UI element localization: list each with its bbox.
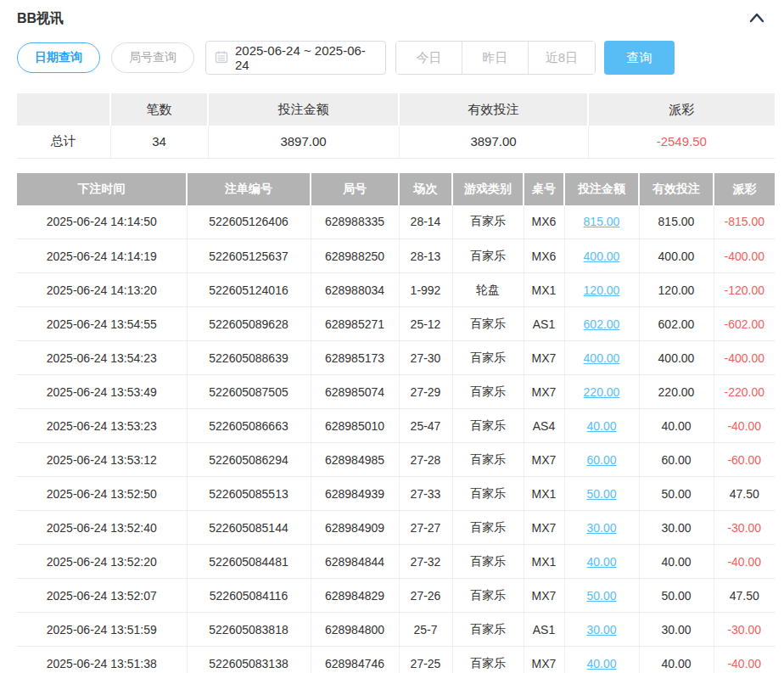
bet-amount-link[interactable]: 40.00 xyxy=(586,555,616,569)
last-8-days-button[interactable]: 近8日 xyxy=(529,42,595,74)
summary-header-bet-amount: 投注金额 xyxy=(208,93,399,126)
cell-session: 27-33 xyxy=(399,477,452,511)
cell-bet-time: 2025-06-24 13:51:38 xyxy=(17,647,187,673)
cell-table-no: AS1 xyxy=(524,307,564,341)
summary-header-valid-bet: 有效投注 xyxy=(399,93,588,126)
summary-header-payout: 派彩 xyxy=(588,93,775,126)
cell-bet-time: 2025-06-24 13:53:23 xyxy=(17,409,187,443)
calendar-icon xyxy=(215,50,228,66)
cell-table-no: MX7 xyxy=(524,443,564,477)
cell-game-type: 百家乐 xyxy=(452,579,524,613)
cell-game-type: 轮盘 xyxy=(452,273,524,307)
cell-valid-bet: 400.00 xyxy=(639,239,714,273)
table-row: 2025-06-24 14:14:50522605126406628988335… xyxy=(17,205,775,239)
table-row: 2025-06-24 13:51:59522605083818628984800… xyxy=(17,613,775,647)
cell-bet-amount: 60.00 xyxy=(564,443,639,477)
cell-round-no: 628984829 xyxy=(311,579,399,613)
cell-bet-time: 2025-06-24 14:14:50 xyxy=(17,205,187,239)
table-row: 2025-06-24 13:52:07522605084116628984829… xyxy=(17,579,775,613)
cell-valid-bet: 40.00 xyxy=(639,545,714,579)
bet-amount-link[interactable]: 60.00 xyxy=(586,453,616,467)
cell-bet-time: 2025-06-24 13:53:12 xyxy=(17,443,187,477)
panel-header: BB视讯 xyxy=(17,0,767,29)
cell-game-type: 百家乐 xyxy=(452,443,524,477)
cell-order-no: 522605084481 xyxy=(187,545,311,579)
cell-order-no: 522605085144 xyxy=(187,511,311,545)
cell-table-no: MX1 xyxy=(524,477,564,511)
cell-table-no: MX1 xyxy=(524,545,564,579)
bet-amount-link[interactable]: 602.00 xyxy=(584,317,620,331)
cell-order-no: 522605086663 xyxy=(187,409,311,443)
cell-bet-time: 2025-06-24 13:52:07 xyxy=(17,579,187,613)
summary-header-count: 笔数 xyxy=(110,93,208,126)
quick-range-group: 今日 昨日 近8日 xyxy=(395,41,596,75)
cell-game-type: 百家乐 xyxy=(452,307,524,341)
table-row: 2025-06-24 13:52:40522605085144628984909… xyxy=(17,511,775,545)
cell-valid-bet: 30.00 xyxy=(639,613,714,647)
bet-amount-link[interactable]: 400.00 xyxy=(584,351,620,365)
cell-table-no: AS4 xyxy=(524,409,564,443)
table-row: 2025-06-24 13:54:23522605088639628985173… xyxy=(17,341,775,375)
today-button[interactable]: 今日 xyxy=(396,42,462,74)
cell-payout: -30.00 xyxy=(714,511,775,545)
bet-amount-link[interactable]: 50.00 xyxy=(586,487,616,501)
cell-table-no: MX7 xyxy=(524,647,564,673)
filter-bar: 日期查询 局号查询 2025-06-24 ~ 2025-06-24 今日 昨日 … xyxy=(17,41,767,75)
cell-session: 27-29 xyxy=(399,375,452,409)
header-valid-bet: 有效投注 xyxy=(639,173,714,205)
cell-game-type: 百家乐 xyxy=(452,545,524,579)
bet-amount-link[interactable]: 50.00 xyxy=(586,589,616,603)
tab-date-query[interactable]: 日期查询 xyxy=(17,42,100,73)
cell-order-no: 522605085513 xyxy=(187,477,311,511)
bet-amount-link[interactable]: 815.00 xyxy=(584,215,620,228)
cell-bet-amount: 120.00 xyxy=(564,273,639,307)
bb-video-panel: BB视讯 日期查询 局号查询 2025-06-24 ~ 2025-06-24 今… xyxy=(0,0,784,673)
cell-table-no: MX7 xyxy=(524,511,564,545)
header-game-type: 游戏类别 xyxy=(452,173,524,205)
cell-round-no: 628984985 xyxy=(311,443,399,477)
yesterday-button[interactable]: 昨日 xyxy=(462,42,529,74)
cell-round-no: 628984939 xyxy=(311,477,399,511)
cell-payout: -400.00 xyxy=(714,341,775,375)
cell-session: 25-47 xyxy=(399,409,452,443)
cell-table-no: MX7 xyxy=(524,579,564,613)
cell-valid-bet: 220.00 xyxy=(639,375,714,409)
bet-amount-link[interactable]: 30.00 xyxy=(586,521,616,535)
date-range-value: 2025-06-24 ~ 2025-06-24 xyxy=(235,43,377,72)
header-round-no: 局号 xyxy=(311,173,399,205)
cell-bet-amount: 40.00 xyxy=(564,545,639,579)
cell-session: 28-14 xyxy=(399,205,452,239)
cell-payout: -30.00 xyxy=(714,613,775,647)
cell-game-type: 百家乐 xyxy=(452,205,524,239)
cell-game-type: 百家乐 xyxy=(452,511,524,545)
bet-amount-link[interactable]: 220.00 xyxy=(584,385,620,399)
cell-game-type: 百家乐 xyxy=(452,409,524,443)
cell-bet-amount: 40.00 xyxy=(564,647,639,673)
cell-session: 27-26 xyxy=(399,579,452,613)
cell-table-no: MX6 xyxy=(524,239,564,273)
cell-payout: -40.00 xyxy=(714,409,775,443)
cell-session: 28-13 xyxy=(399,239,452,273)
cell-order-no: 522605083818 xyxy=(187,613,311,647)
cell-payout: -220.00 xyxy=(714,375,775,409)
date-range-picker[interactable]: 2025-06-24 ~ 2025-06-24 xyxy=(205,41,386,75)
cell-game-type: 百家乐 xyxy=(452,647,524,673)
bet-amount-link[interactable]: 30.00 xyxy=(586,623,616,637)
header-bet-time: 下注时间 xyxy=(17,173,187,205)
cell-session: 1-992 xyxy=(399,273,452,307)
bet-amount-link[interactable]: 40.00 xyxy=(586,419,616,433)
bet-amount-link[interactable]: 120.00 xyxy=(584,283,620,297)
cell-session: 27-25 xyxy=(399,647,452,673)
bet-amount-link[interactable]: 400.00 xyxy=(584,250,620,263)
bet-records-table: 下注时间 注单编号 局号 场次 游戏类别 桌号 投注金额 有效投注 派彩 202… xyxy=(17,173,775,673)
bet-amount-link[interactable]: 40.00 xyxy=(586,657,616,670)
cell-payout: -815.00 xyxy=(714,205,775,239)
search-button[interactable]: 查询 xyxy=(604,41,675,75)
summary-total-row: 总计 34 3897.00 3897.00 -2549.50 xyxy=(17,126,775,158)
collapse-panel-button[interactable] xyxy=(747,8,767,29)
summary-total-valid-bet: 3897.00 xyxy=(399,126,588,158)
cell-bet-time: 2025-06-24 13:52:40 xyxy=(17,511,187,545)
cell-round-no: 628988034 xyxy=(311,273,399,307)
cell-payout: -120.00 xyxy=(714,273,775,307)
tab-round-query[interactable]: 局号查询 xyxy=(111,42,194,73)
